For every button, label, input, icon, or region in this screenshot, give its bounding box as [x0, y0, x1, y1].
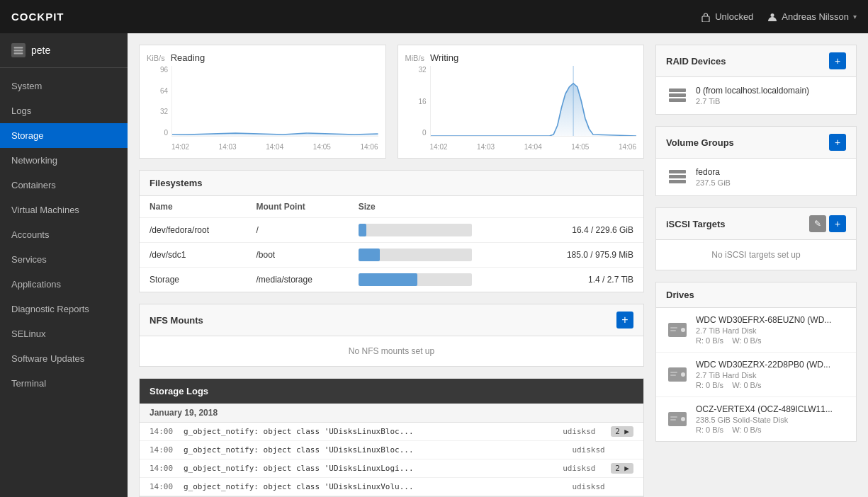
- filesystems-title: Filesystems: [150, 178, 202, 188]
- topbar-right: Unlocked Andreas Nilsson ▾: [701, 11, 857, 22]
- writing-unit: MiB/s: [405, 54, 425, 62]
- sidebar-item-terminal[interactable]: Terminal: [0, 371, 128, 396]
- drive-item[interactable]: WDC WD30EZRX-22D8PB0 (WD... 2.7 TiB Hard…: [656, 353, 856, 397]
- svg-rect-9: [669, 93, 686, 97]
- writing-chart-plot: [430, 66, 637, 137]
- col-name: Name: [140, 196, 246, 218]
- svg-rect-13: [669, 180, 686, 183]
- vg-item[interactable]: fedora 237.5 GiB: [656, 159, 856, 195]
- vg-section: Volume Groups + fedora 237.5 GiB: [655, 126, 857, 196]
- sidebar-item-storage[interactable]: Storage: [0, 123, 128, 148]
- fs-bar: [349, 268, 527, 292]
- vg-add-button[interactable]: +: [829, 134, 846, 151]
- svg-rect-10: [669, 98, 686, 102]
- fs-size: 16.4 / 229.6 GiB: [527, 218, 643, 243]
- sidebar-item-applications[interactable]: Applications: [0, 272, 128, 297]
- iscsi-edit-button[interactable]: ✎: [809, 215, 826, 232]
- drive-icon-1: [666, 363, 689, 386]
- drive-info-1: WDC WD30EZRX-22D8PB0 (WD... 2.7 TiB Hard…: [696, 360, 846, 389]
- sidebar-item-virtual-machines[interactable]: Virtual Machines: [0, 198, 128, 222]
- iscsi-header: iSCSI Targets ✎ +: [656, 208, 856, 240]
- reading-chart-area: 96 64 32 0 14:02 14:03: [147, 66, 378, 151]
- drive-io-0: R: 0 B/s W: 0 B/s: [696, 336, 846, 345]
- drive-io-1: R: 0 B/s W: 0 B/s: [696, 381, 846, 389]
- user-icon: [767, 12, 777, 22]
- reading-unit: KiB/s: [147, 54, 165, 62]
- nfs-empty: No NFS mounts set up: [140, 336, 643, 366]
- sidebar-item-accounts[interactable]: Accounts: [0, 222, 128, 247]
- svg-rect-24: [670, 416, 677, 418]
- drives-header: Drives: [656, 282, 856, 308]
- table-row[interactable]: Storage /media/storage 1.4 / 2.7 TiB: [140, 268, 643, 292]
- sidebar-item-selinux[interactable]: SELinux: [0, 321, 128, 346]
- filesystems-section: Filesystems Name Mount Point Size /dev/f…: [139, 170, 644, 292]
- vg-device-info: fedora 237.5 GiB: [696, 167, 846, 187]
- right-panel: RAID Devices + 0 (from localhost.localdo…: [655, 33, 868, 497]
- drives-section: Drives WDC WD30EFRX-68EUZN0 (WD... 2.7 T…: [655, 282, 857, 442]
- vg-device-sub: 237.5 GiB: [696, 178, 846, 187]
- table-row[interactable]: /dev/sdc1 /boot 185.0 / 975.9 MiB: [140, 243, 643, 268]
- unlock-label: Unlocked: [715, 11, 753, 22]
- storage-logs-section: Storage Logs January 19, 2018 14:00 g_ob…: [139, 378, 644, 497]
- drive-name-0: WDC WD30EFRX-68EUZN0 (WD...: [696, 315, 846, 325]
- sidebar-item-networking[interactable]: Networking: [0, 148, 128, 173]
- fs-name: Storage: [140, 268, 246, 292]
- svg-rect-4: [14, 52, 23, 54]
- col-mount: Mount Point: [246, 196, 348, 218]
- charts-row: KiB/s Reading 96 64 32 0: [139, 45, 644, 159]
- drives-title: Drives: [666, 290, 694, 300]
- sidebar-item-logs[interactable]: Logs: [0, 98, 128, 123]
- reading-chart-label: KiB/s Reading: [147, 52, 378, 63]
- reading-chart: KiB/s Reading 96 64 32 0: [139, 45, 386, 159]
- raid-device-icon: [666, 84, 689, 107]
- fs-mount: /: [246, 218, 348, 243]
- svg-rect-8: [669, 88, 686, 92]
- writing-y-labels: 32 16 0: [405, 66, 427, 137]
- drive-item[interactable]: OCZ-VERTEX4 (OCZ-489ICLW11... 238.5 GiB …: [656, 397, 856, 441]
- reading-y-labels: 96 64 32 0: [147, 66, 168, 137]
- vg-header: Volume Groups +: [656, 127, 856, 159]
- vg-device-name: fedora: [696, 167, 846, 177]
- writing-x-labels: 14:02 14:03 14:04 14:05 14:06: [430, 143, 637, 151]
- fs-name: /dev/fedora/root: [140, 218, 246, 243]
- svg-rect-25: [670, 419, 676, 421]
- user-menu[interactable]: Andreas Nilsson ▾: [767, 11, 857, 22]
- nfs-add-button[interactable]: +: [616, 312, 633, 329]
- sidebar-item-containers[interactable]: Containers: [0, 173, 128, 198]
- sidebar-item-system[interactable]: System: [0, 74, 128, 98]
- drive-sub-0: 2.7 TiB Hard Disk: [696, 326, 846, 335]
- svg-point-19: [681, 372, 685, 377]
- drive-info-2: OCZ-VERTEX4 (OCZ-489ICLW11... 238.5 GiB …: [696, 404, 846, 434]
- iscsi-add-button[interactable]: +: [829, 215, 846, 232]
- user-chevron: ▾: [853, 13, 857, 21]
- raid-add-button[interactable]: +: [829, 52, 846, 69]
- reading-x-labels: 14:02 14:03 14:04 14:05 14:06: [171, 143, 378, 151]
- svg-rect-11: [669, 170, 686, 173]
- reading-chart-plot: [171, 66, 378, 137]
- raid-item[interactable]: 0 (from localhost.localdomain) 2.7 TiB: [656, 77, 856, 114]
- sidebar-nav: System Logs Storage Networking Container…: [0, 68, 128, 401]
- svg-rect-20: [670, 372, 677, 373]
- fs-bar: [349, 243, 527, 268]
- fs-size: 185.0 / 975.9 MiB: [527, 243, 643, 268]
- raid-header: RAID Devices +: [656, 45, 856, 77]
- drive-item[interactable]: WDC WD30EFRX-68EUZN0 (WD... 2.7 TiB Hard…: [656, 308, 856, 353]
- drive-sub-2: 238.5 GiB Solid-State Disk: [696, 416, 846, 424]
- host-icon: [11, 43, 26, 57]
- sidebar-item-diagnostic-reports[interactable]: Diagnostic Reports: [0, 297, 128, 321]
- writing-chart-area: 32 16 0 14:02: [405, 66, 637, 151]
- brand-label: COCKPIT: [11, 11, 701, 23]
- log-row: 14:00 g_object_notify: object class 'UDi…: [140, 423, 643, 441]
- svg-point-1: [771, 13, 774, 17]
- sidebar: pete System Logs Storage Networking Cont…: [0, 33, 128, 497]
- logs-date: January 19, 2018: [140, 404, 643, 423]
- table-row[interactable]: /dev/fedora/root / 16.4 / 229.6 GiB: [140, 218, 643, 243]
- svg-rect-2: [14, 47, 23, 48]
- log-row: 14:00 g_object_notify: object class 'UDi…: [140, 478, 643, 496]
- filesystems-table: Name Mount Point Size /dev/fedora/root /…: [140, 196, 643, 292]
- sidebar-item-software-updates[interactable]: Software Updates: [0, 346, 128, 371]
- raid-device-info: 0 (from localhost.localdomain) 2.7 TiB: [696, 86, 846, 105]
- sidebar-item-services[interactable]: Services: [0, 247, 128, 272]
- svg-rect-17: [670, 330, 676, 331]
- sidebar-host: pete: [0, 33, 128, 68]
